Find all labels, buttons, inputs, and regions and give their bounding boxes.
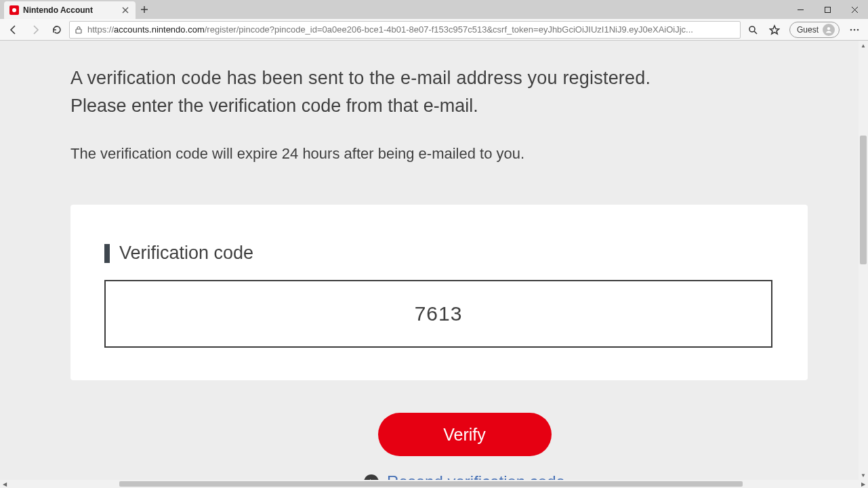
forward-button[interactable] xyxy=(26,20,45,39)
intro-line-2: Please enter the verification code from … xyxy=(70,96,859,117)
guest-avatar-icon xyxy=(823,24,835,36)
browser-tab[interactable]: Nintendo Account xyxy=(4,1,136,19)
scroll-up-icon[interactable]: ▲ xyxy=(859,41,868,50)
window-controls xyxy=(787,0,868,19)
verification-card: Verification code xyxy=(70,205,808,380)
new-tab-button[interactable] xyxy=(136,0,153,19)
close-window-button[interactable] xyxy=(841,0,868,19)
guest-label: Guest xyxy=(797,25,819,35)
svg-point-10 xyxy=(749,26,755,32)
address-bar[interactable]: https://accounts.nintendo.com/register/p… xyxy=(69,21,741,39)
refresh-button[interactable] xyxy=(47,20,66,39)
profile-guest-button[interactable]: Guest xyxy=(789,22,840,38)
svg-rect-6 xyxy=(825,7,830,12)
window-titlebar: Nintendo Account xyxy=(0,0,868,19)
horizontal-scrollbar[interactable]: ◀ ▶ xyxy=(0,480,868,488)
section-marker xyxy=(104,244,110,263)
nintendo-favicon xyxy=(9,5,19,15)
titlebar-spacer xyxy=(153,0,787,19)
svg-point-13 xyxy=(827,27,830,30)
lock-icon xyxy=(74,25,83,35)
actions: Verify Resend verification code xyxy=(70,413,859,480)
vertical-scroll-thumb[interactable] xyxy=(860,136,867,264)
intro-line-1: A verification code has been sent to the… xyxy=(70,68,859,89)
more-menu-icon[interactable] xyxy=(845,20,864,39)
scroll-left-icon[interactable]: ◀ xyxy=(0,480,9,488)
page-viewport: A verification code has been sent to the… xyxy=(0,41,868,480)
svg-line-11 xyxy=(754,31,757,34)
verification-code-input[interactable] xyxy=(104,280,772,348)
verify-button[interactable]: Verify xyxy=(378,413,552,456)
svg-point-14 xyxy=(850,28,852,30)
svg-point-15 xyxy=(854,28,856,30)
favorites-icon[interactable] xyxy=(765,20,784,39)
page-content: A verification code has been sent to the… xyxy=(0,41,859,480)
minimize-button[interactable] xyxy=(787,0,814,19)
back-button[interactable] xyxy=(4,20,23,39)
horizontal-scroll-thumb[interactable] xyxy=(119,481,743,487)
svg-point-0 xyxy=(12,8,16,12)
scroll-right-icon[interactable]: ▶ xyxy=(859,480,868,488)
tab-title: Nintendo Account xyxy=(23,5,121,15)
section-title: Verification code xyxy=(119,243,253,264)
url-path: /register/pincode?pincode_id=0a0ee206-bc… xyxy=(205,24,693,35)
url-scheme: https:// xyxy=(87,24,114,35)
browser-toolbar: https://accounts.nintendo.com/register/p… xyxy=(0,19,868,41)
chevron-right-circle-icon xyxy=(364,474,379,480)
maximize-button[interactable] xyxy=(814,0,841,19)
svg-point-16 xyxy=(857,28,859,30)
scroll-down-icon[interactable]: ▼ xyxy=(859,470,868,480)
svg-marker-12 xyxy=(770,26,779,34)
resend-label: Resend verification code xyxy=(387,472,565,480)
expire-note: The verification code will expire 24 hou… xyxy=(70,145,859,163)
card-header: Verification code xyxy=(104,243,774,264)
vertical-scrollbar[interactable]: ▲ ▼ xyxy=(859,41,868,480)
close-tab-icon[interactable] xyxy=(121,5,130,15)
search-in-page-icon[interactable] xyxy=(743,20,762,39)
url-host: accounts.nintendo.com xyxy=(114,24,205,35)
resend-link[interactable]: Resend verification code xyxy=(364,472,565,480)
svg-rect-9 xyxy=(76,29,81,33)
